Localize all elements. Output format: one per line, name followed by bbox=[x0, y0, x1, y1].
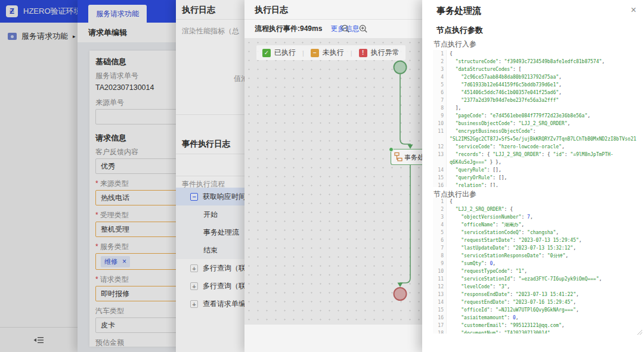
line-number: 15 bbox=[433, 174, 447, 182]
flow-info-bar: 流程执行事件:949ms 更多信息 bbox=[244, 20, 422, 38]
code-line: { bbox=[447, 198, 643, 205]
code-row: 7 "2377a2d397b94d7ebe237fe56a3a2fff" bbox=[433, 96, 643, 104]
code-row: 4 "officeName": "湖南办", bbox=[433, 221, 643, 229]
form-input[interactable]: 维修× bbox=[95, 253, 176, 270]
code-line: "officeName": "湖南办", bbox=[447, 221, 643, 229]
code-row: 15 "queryOrRule": [], bbox=[433, 174, 643, 182]
line-number: 10 bbox=[433, 267, 447, 275]
expand-toggle-icon[interactable]: + bbox=[190, 264, 198, 272]
line-number: 5 bbox=[433, 229, 447, 236]
code-line: "serviceStationResponseDate": "0分钟", bbox=[447, 252, 643, 260]
line-number: 8 bbox=[433, 252, 447, 260]
tab-bar: 服务请求功能 bbox=[78, 0, 176, 23]
event-row-label: 多行查询（联动查 bbox=[203, 263, 244, 273]
legend-item: −未执行 bbox=[311, 48, 344, 58]
event-tree-row[interactable]: 开始 bbox=[176, 205, 244, 223]
event-tree-row[interactable]: −获取响应时间（服 bbox=[176, 188, 244, 205]
form-input[interactable]: 热线电话 bbox=[95, 190, 176, 205]
code-line: "structureCode": "f39493c7234549b8afe1ed… bbox=[447, 58, 643, 66]
form-input[interactable]: 整机受理 bbox=[95, 222, 176, 237]
collapse-sidebar-icon[interactable] bbox=[33, 335, 44, 345]
code-row: 3 "dataStructureCodes": [ bbox=[433, 66, 643, 73]
screen-icon bbox=[8, 33, 17, 40]
event-tree-row[interactable]: +多行查询（联动查 bbox=[176, 277, 244, 295]
sidebar-item-label: 服务请求功能 bbox=[21, 31, 68, 42]
code-row: 18 "documentNum": "TA202307130014", bbox=[433, 329, 643, 334]
start-node[interactable] bbox=[394, 61, 407, 74]
line-number: 7 bbox=[433, 96, 447, 104]
code-row: 14 "requestEndDate": "2023-07-16 15:29:4… bbox=[433, 298, 643, 306]
flow-canvas[interactable]: 事务处理流 ✓已执行|−未执行|!执行异常 bbox=[244, 38, 422, 325]
expand-toggle-icon[interactable]: + bbox=[190, 300, 198, 308]
line-number: 11 bbox=[433, 127, 447, 143]
drawer-event-log: 执行日志 渲染性能指标（总 值池、 事件执行日志 事件执行流程 −获取响应时间（… bbox=[176, 0, 244, 352]
code-row: 5 "7d61933b12e644159f6c5bddb739d6e1", bbox=[433, 81, 643, 89]
code-row: 4 "2c96ce57aab84b8da80b9213792d75aa", bbox=[433, 73, 643, 81]
code-line: ], bbox=[447, 104, 643, 112]
field-label: *来源类型 bbox=[95, 179, 176, 188]
form-input[interactable]: 优秀 bbox=[95, 158, 176, 174]
form-input[interactable]: 即时报修 bbox=[95, 286, 176, 301]
code-editor-input-params[interactable]: 1{2 "structureCode": "f39493c7234549b8af… bbox=[433, 50, 643, 187]
close-icon[interactable]: × bbox=[631, 4, 636, 16]
code-line: "officeId": "=NJ12uW7UTPl6QvyBGkNArg==="… bbox=[447, 306, 643, 314]
code-line: "levelCode": "3", bbox=[447, 283, 643, 291]
divider bbox=[176, 176, 244, 176]
code-row: 16 "relation": [], bbox=[433, 182, 643, 187]
form-content: 基础信息服务请求单号TA202307130014来源单号请求信息客户反馈内容优秀… bbox=[78, 42, 176, 352]
perf-metrics-label: 渲染性能指标（总 bbox=[182, 26, 244, 36]
form-input[interactable] bbox=[95, 109, 176, 124]
code-line: "pageCode": "e7d4561ebe084f779f72d23e36b… bbox=[447, 112, 643, 120]
code-row: 7 "lastUpdateDate": "2023-07-13 15:32:12… bbox=[433, 244, 643, 252]
field-label: *服务类型 bbox=[95, 242, 176, 251]
code-row: 11 "encryptBusinessObjectCode": "SL2IMS2… bbox=[433, 127, 643, 143]
event-tree-row[interactable]: +多行查询（联动查 bbox=[176, 259, 244, 277]
event-tree-row[interactable]: 事务处理流 bbox=[176, 223, 244, 241]
form-title: 请求单编辑 bbox=[88, 28, 127, 37]
line-number: 6 bbox=[433, 236, 447, 244]
line-number: 1 bbox=[433, 198, 447, 205]
tag-remove-icon[interactable]: × bbox=[122, 258, 126, 264]
zoom-out-icon[interactable] bbox=[341, 24, 350, 33]
code-row: 2 "LJJ_2_SRQ_ORDER": { bbox=[433, 205, 643, 213]
code-row: 10 "businessObjectCode": "LJJ_2_SRQ_ORDE… bbox=[433, 120, 643, 127]
task-node[interactable]: 事务处理流 bbox=[389, 148, 423, 165]
line-number: 9 bbox=[433, 112, 447, 120]
code-line: "encryptBusinessObjectCode": "SL2IMS2Ggc… bbox=[447, 127, 643, 143]
event-tree-row[interactable]: +查看请求单编辑（ bbox=[176, 295, 244, 313]
form-input[interactable]: 皮卡 bbox=[95, 317, 176, 333]
event-row-label: 获取响应时间（服 bbox=[203, 192, 244, 202]
sidebar-item-service-request[interactable]: 服务请求功能 ▸ bbox=[0, 29, 78, 44]
required-asterisk: * bbox=[95, 242, 98, 251]
end-node[interactable] bbox=[394, 288, 407, 300]
zoom-in-icon[interactable] bbox=[359, 24, 368, 33]
line-number: 14 bbox=[433, 166, 447, 174]
event-row-label: 查看请求单编辑（ bbox=[203, 299, 244, 309]
detail-title: 事务处理流 bbox=[436, 5, 481, 17]
field-label: *请求类型 bbox=[95, 275, 176, 284]
expand-toggle-icon[interactable]: + bbox=[190, 282, 198, 290]
code-line: "requestStartDate": "2023-07-13 15:29:45… bbox=[447, 236, 643, 244]
tab-service-request[interactable]: 服务请求功能 bbox=[88, 5, 147, 23]
code-row: 9 "pageCode": "e7d4561ebe084f779f72d23e3… bbox=[433, 112, 643, 120]
tag-chip[interactable]: 维修× bbox=[101, 256, 130, 267]
task-node-label: 事务处理流 bbox=[404, 154, 422, 161]
line-number: 3 bbox=[433, 66, 447, 73]
line-number: 17 bbox=[433, 322, 447, 329]
legend-status-icon: ✓ bbox=[262, 49, 271, 57]
code-row: 13 "responseEndDate": "2023-07-13 15:41:… bbox=[433, 291, 643, 298]
code-editor-output-params[interactable]: 1{2 "LJJ_2_SRQ_ORDER": {3 "objectVersion… bbox=[433, 198, 643, 334]
code-line: "2377a2d397b94d7ebe237fe56a3a2fff" bbox=[447, 96, 643, 104]
line-number: 13 bbox=[433, 151, 447, 166]
code-line: "serviceStationCodeQ": "changsha", bbox=[447, 229, 643, 236]
event-tree-row[interactable]: 结束 bbox=[176, 241, 244, 259]
collapse-toggle-icon[interactable]: − bbox=[190, 193, 198, 201]
required-asterisk: * bbox=[95, 179, 98, 188]
code-row: 11 "serviceStationId": "=ezad3FYC-7I6up2… bbox=[433, 275, 643, 283]
event-row-label: 事务处理流 bbox=[203, 228, 239, 238]
code-row: 6 "451406c5ddc746c1b00357e041f25ad6", bbox=[433, 89, 643, 96]
line-number: 7 bbox=[433, 244, 447, 252]
code-line: "responseEndDate": "2023-07-13 15:41:22"… bbox=[447, 291, 643, 298]
code-line: "dataStructureCodes": [ bbox=[447, 66, 643, 73]
code-row: 16 "asiaitemamount": 0, bbox=[433, 314, 643, 322]
